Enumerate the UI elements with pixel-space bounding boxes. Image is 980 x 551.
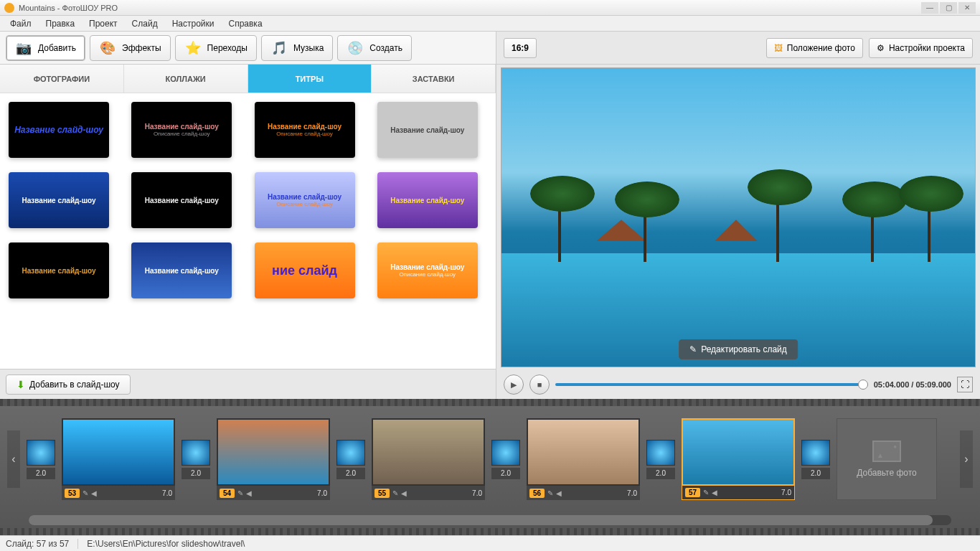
minimize-button[interactable]: — <box>921 2 938 14</box>
title-template[interactable]: Название слайд-шоу <box>131 242 232 298</box>
photo-position-button[interactable]: 🖼 Положение фото <box>766 38 863 58</box>
playback-bar: ▶ ■ 05:04.000 / 05:09.000 ⛶ <box>496 370 980 399</box>
pencil-icon[interactable]: ✎ <box>83 489 88 497</box>
menu-file[interactable]: Файл <box>3 17 39 31</box>
transition-thumb[interactable] <box>491 440 520 466</box>
title-template[interactable]: Название слайд-шоу <box>9 242 109 298</box>
ribbon-effects[interactable]: 🎨 Эффекты <box>90 35 171 61</box>
down-arrow-icon: ⬇ <box>17 379 25 390</box>
ribbon-add-label: Добавить <box>38 43 76 53</box>
ribbon-effects-label: Эффекты <box>122 43 161 53</box>
timeline-track: ‹ 2.053✎◀7.02.054✎◀7.02.055✎◀7.02.056✎◀7… <box>0 406 980 512</box>
timeline-slide[interactable]: 56✎◀7.0 <box>527 418 640 500</box>
timeline-slide[interactable]: 55✎◀7.0 <box>372 418 485 500</box>
subtab-collages[interactable]: КОЛЛАЖИ <box>124 65 248 93</box>
sound-icon[interactable]: ◀ <box>246 489 252 497</box>
disc-icon: 💿 <box>347 39 364 57</box>
main-area: 📷 Добавить 🎨 Эффекты ⭐ Переходы 🎵 Музыка… <box>0 32 980 399</box>
play-button[interactable]: ▶ <box>504 375 524 395</box>
subtabs: ФОТОГРАФИИ КОЛЛАЖИ ТИТРЫ ЗАСТАВКИ <box>0 65 496 93</box>
transition-thumb[interactable] <box>646 440 675 466</box>
transition-duration: 2.0 <box>801 468 830 479</box>
stop-button[interactable]: ■ <box>529 375 550 395</box>
pencil-icon[interactable]: ✎ <box>237 489 243 497</box>
add-to-slideshow-label: Добавить в слайд-шоу <box>29 380 120 390</box>
subtab-photos[interactable]: ФОТОГРАФИИ <box>0 65 124 93</box>
transition-thumb[interactable] <box>336 440 365 466</box>
add-to-slideshow-button[interactable]: ⬇ Добавить в слайд-шоу <box>6 375 131 395</box>
transition-thumb[interactable] <box>27 440 55 466</box>
project-settings-label: Настройки проекта <box>889 43 965 53</box>
film-strip-top <box>0 399 980 406</box>
sound-icon[interactable]: ◀ <box>91 489 97 497</box>
edit-slide-button[interactable]: ✎ Редактировать слайд <box>679 339 798 359</box>
pencil-icon[interactable]: ✎ <box>547 489 553 497</box>
ribbon-music[interactable]: 🎵 Музыка <box>261 35 333 61</box>
title-template[interactable]: Название слайд-шоу <box>131 172 232 228</box>
playback-track[interactable] <box>555 383 868 386</box>
add-photo-label: Добавьте фото <box>857 468 917 478</box>
slide-duration: 7.0 <box>781 489 791 496</box>
ribbon-transitions[interactable]: ⭐ Переходы <box>175 35 257 61</box>
status-bar: Слайд: 57 из 57 E:\Users\En\Pictures\for… <box>0 535 980 551</box>
title-template[interactable]: Название слайд-шоу <box>9 102 109 158</box>
slide-number: 53 <box>65 489 80 498</box>
title-template[interactable]: ние слайд <box>255 242 355 298</box>
pencil-icon[interactable]: ✎ <box>703 489 709 496</box>
transition-thumb[interactable] <box>801 440 830 466</box>
title-template[interactable]: Название слайд-шоуОписание слайд-шоу <box>377 242 478 298</box>
ribbon-create[interactable]: 💿 Создать <box>337 35 412 61</box>
sound-icon[interactable]: ◀ <box>401 489 407 497</box>
ribbon-transitions-label: Переходы <box>207 43 248 53</box>
transition-duration: 2.0 <box>491 468 520 479</box>
photo-icon: 🖼 <box>774 43 783 53</box>
ribbon-create-label: Создать <box>369 43 402 53</box>
timeline-next[interactable]: › <box>960 430 973 488</box>
preview-area[interactable]: ✎ Редактировать слайд <box>501 67 976 367</box>
playback-time: 05:04.000 / 05:09.000 <box>874 380 951 389</box>
title-template[interactable]: Название слайд-шоуОписание слайд-шоу <box>255 172 355 228</box>
aspect-ratio-button[interactable]: 16:9 <box>504 38 537 58</box>
menu-slide[interactable]: Слайд <box>125 17 165 31</box>
title-template[interactable]: Название слайд-шоу <box>377 172 478 228</box>
ribbon: 📷 Добавить 🎨 Эффекты ⭐ Переходы 🎵 Музыка… <box>0 32 496 65</box>
project-settings-button[interactable]: ⚙ Настройки проекта <box>869 38 973 58</box>
fullscreen-button[interactable]: ⛶ <box>957 377 973 392</box>
add-photo-placeholder[interactable]: Добавьте фото <box>837 418 937 500</box>
ribbon-add[interactable]: 📷 Добавить <box>6 35 85 61</box>
title-template[interactable]: Название слайд-шоу <box>377 102 478 158</box>
menu-project[interactable]: Проект <box>82 17 125 31</box>
subtab-titles[interactable]: ТИТРЫ <box>248 65 372 93</box>
timeline-slide[interactable]: 57✎◀7.0 <box>682 418 795 500</box>
title-template[interactable]: Название слайд-шоуОписание слайд-шоу <box>131 102 232 158</box>
timeline-prev[interactable]: ‹ <box>7 430 20 488</box>
close-button[interactable]: ✕ <box>958 2 976 14</box>
maximize-button[interactable]: ▢ <box>940 2 957 14</box>
menu-edit[interactable]: Правка <box>39 17 83 31</box>
menu-bar: Файл Правка Проект Слайд Настройки Справ… <box>0 16 980 32</box>
slide-duration: 7.0 <box>627 489 637 497</box>
sound-icon[interactable]: ◀ <box>712 489 717 496</box>
title-template[interactable]: Название слайд-шоуОписание слайд-шоу <box>255 102 355 158</box>
app-icon <box>4 3 14 13</box>
music-icon: 🎵 <box>270 39 288 57</box>
titles-gallery[interactable]: Название слайд-шоуНазвание слайд-шоуОпис… <box>0 93 496 369</box>
menu-settings[interactable]: Настройки <box>165 17 222 31</box>
timeline-slide[interactable]: 53✎◀7.0 <box>62 418 175 500</box>
transition-duration: 2.0 <box>646 468 675 479</box>
sound-icon[interactable]: ◀ <box>556 489 562 497</box>
title-template[interactable]: Название слайд-шоу <box>9 172 109 228</box>
status-path: E:\Users\En\Pictures\for slideshow\trave… <box>87 539 245 549</box>
slide-duration: 7.0 <box>317 489 327 497</box>
transition-duration: 2.0 <box>182 468 210 479</box>
timeline-scroll-thumb[interactable] <box>29 515 933 525</box>
transition-thumb[interactable] <box>182 440 210 466</box>
film-strip-bottom <box>0 528 980 535</box>
menu-help[interactable]: Справка <box>221 17 269 31</box>
timeline-scrollbar[interactable] <box>29 515 951 525</box>
subtab-intros[interactable]: ЗАСТАВКИ <box>372 65 496 93</box>
photo-position-label: Положение фото <box>787 43 855 53</box>
timeline-slide[interactable]: 54✎◀7.0 <box>217 418 330 500</box>
pencil-icon[interactable]: ✎ <box>392 489 398 497</box>
playback-handle[interactable] <box>858 380 868 390</box>
